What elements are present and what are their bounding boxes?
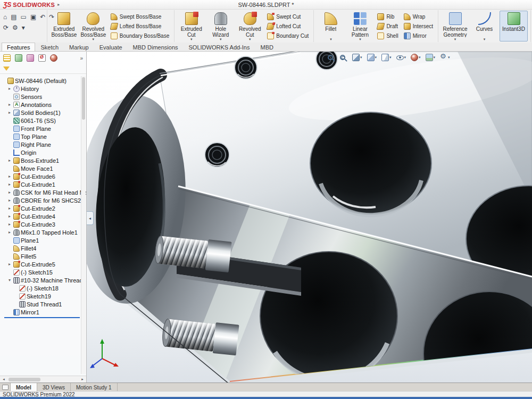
expand-arrow-icon[interactable]: ▸ xyxy=(7,158,12,163)
tree-item-stud-thread1[interactable]: Stud Thread1 xyxy=(0,300,86,308)
tree-item-front-plane[interactable]: Front Plane xyxy=(0,124,86,132)
displaymanager-tab[interactable] xyxy=(50,54,57,62)
tab-markup[interactable]: Markup xyxy=(64,43,94,51)
linear-pattern-button[interactable]: Linear Pattern▾ xyxy=(346,11,374,41)
tree-item-sw-08446-default[interactable]: SW-08446 (Default) xyxy=(0,77,86,85)
doc-tab-3d-views[interactable]: 3D Views xyxy=(37,383,71,391)
rebuild-button[interactable]: ⟳ xyxy=(3,24,9,31)
boundary-boss-base-button[interactable]: Boundary Boss/Base xyxy=(109,31,171,40)
tree-item-sketch19[interactable]: Sketch19 xyxy=(0,292,86,300)
scroll-left-icon[interactable]: ◂ xyxy=(0,377,7,381)
scroll-thumb[interactable] xyxy=(9,378,40,381)
lofted-cut-button[interactable]: Lofted Cut xyxy=(265,22,311,31)
apply-scene-button[interactable]: ▾ xyxy=(426,54,436,61)
dimxpertmanager-tab[interactable] xyxy=(38,54,46,62)
tree-item-sketch18[interactable]: (-) Sketch18 xyxy=(0,284,86,292)
undo-button[interactable]: ↶ xyxy=(40,13,45,21)
expand-arrow-icon[interactable]: ▸ xyxy=(7,110,12,115)
expand-arrow-icon[interactable]: ▸ xyxy=(7,206,12,211)
display-style-button[interactable]: ▾ xyxy=(381,54,392,61)
tree-item-m6x1-0-tapped-hole1[interactable]: ▸M6x1.0 Tapped Hole1 xyxy=(0,228,86,236)
revolved-cut-button[interactable]: Revolved Cut▾ xyxy=(236,11,264,41)
expand-arrow-icon[interactable]: ▸ xyxy=(7,230,12,235)
panel-expand-chevron[interactable]: » xyxy=(80,55,83,61)
dropdown-arrow-icon[interactable]: ▾ xyxy=(330,37,332,41)
filter-funnel-icon[interactable] xyxy=(3,66,10,71)
tree-item-6061-t6-ss[interactable]: 6061-T6 (SS) xyxy=(0,117,86,124)
hide-show-items-button[interactable]: ▾ xyxy=(396,55,406,60)
chevron-right-icon[interactable]: ▸ xyxy=(57,2,60,7)
tree-item-sketch15[interactable]: (-) Sketch15 xyxy=(0,268,86,276)
tab-evaluate[interactable]: Evaluate xyxy=(94,43,128,51)
rollback-bar[interactable] xyxy=(4,317,80,318)
tree-item-cut-extrude3[interactable]: ▸Cut-Extrude3 xyxy=(0,220,86,228)
tree-item-cut-extrude5[interactable]: ▸Cut-Extrude5 xyxy=(0,260,86,268)
view-settings-button[interactable]: ▾ xyxy=(440,54,450,61)
configurationmanager-tab[interactable] xyxy=(27,54,34,62)
extruded-cut-button[interactable]: Extruded Cut▾ xyxy=(177,11,205,41)
swept-boss-base-button[interactable]: Swept Boss/Base xyxy=(109,12,171,21)
rib-button[interactable]: Rib xyxy=(375,12,400,21)
panel-vertical-scrollbar[interactable] xyxy=(81,76,86,374)
open-document-button[interactable]: ▭ xyxy=(21,13,27,21)
expand-arrow-icon[interactable]: ▸ xyxy=(7,182,12,187)
extruded-boss-base-button[interactable]: Extruded Boss/Base xyxy=(50,11,78,41)
doc-tab-motion-study-1[interactable]: Motion Study 1 xyxy=(71,383,118,391)
propertymanager-tab[interactable] xyxy=(15,54,22,62)
tree-item-cut-extrude4[interactable]: ▸Cut-Extrude4 xyxy=(0,212,86,220)
expand-arrow-icon[interactable]: ▸ xyxy=(7,102,12,107)
tree-item-fillet5[interactable]: Fillet5 xyxy=(0,252,86,260)
save-button[interactable]: ▣ xyxy=(30,13,36,21)
dropdown-arrow-icon[interactable]: ▾ xyxy=(454,37,456,41)
tab-sketch[interactable]: Sketch xyxy=(35,43,64,51)
tree-item-annotations[interactable]: ▸Annotations xyxy=(0,101,86,109)
view-orientation-button[interactable]: ▾ xyxy=(367,54,377,61)
dropdown-arrow-icon[interactable]: ▾ xyxy=(249,37,251,41)
revolved-boss-base-button[interactable]: Revolved Boss/Base▾ xyxy=(79,11,107,41)
tab-mbd-dimensions[interactable]: MBD Dimensions xyxy=(128,43,184,51)
expand-arrow-icon[interactable]: ▸ xyxy=(7,198,12,203)
tree-item-move-face1[interactable]: Move Face1 xyxy=(0,164,86,172)
home-button[interactable]: ⌂ xyxy=(3,13,7,21)
wrap-button[interactable]: Wrap xyxy=(402,12,435,21)
panel-horizontal-scrollbar[interactable]: ◂ ▸ xyxy=(0,376,86,383)
dropdown-arrow-icon[interactable]: ▾ xyxy=(190,37,193,41)
expand-arrow-icon[interactable]: ▸ xyxy=(7,214,12,219)
tree-item-cut-extrude6[interactable]: ▸Cut-Extrude6 xyxy=(0,172,86,180)
swept-cut-button[interactable]: Swept Cut xyxy=(265,12,311,21)
edit-appearance-button[interactable]: ▾ xyxy=(411,54,421,61)
expand-arrow-icon[interactable]: ▸ xyxy=(7,262,12,267)
sheet-tab-icon[interactable] xyxy=(0,383,11,391)
panel-collapse-button[interactable]: ◂ xyxy=(87,211,94,225)
new-document-button[interactable]: ▤ xyxy=(11,13,16,21)
section-view-button[interactable]: ▾ xyxy=(352,54,362,61)
expand-arrow-icon[interactable]: ▸ xyxy=(7,222,12,227)
mirror-button[interactable]: Mirror xyxy=(402,31,435,40)
hole-wizard-button[interactable]: Hole Wizard▾ xyxy=(206,11,235,41)
zoom-fit-button[interactable] xyxy=(328,55,335,60)
tree-item-boss-extrude1[interactable]: ▸Boss-Extrude1 xyxy=(0,156,86,164)
tree-item-top-plane[interactable]: Top Plane xyxy=(0,132,86,140)
draft-button[interactable]: Draft xyxy=(375,22,400,31)
options-gear-button[interactable]: ⚙ xyxy=(12,24,18,31)
intersect-button[interactable]: Intersect xyxy=(402,22,435,31)
instant3d-button[interactable]: Instant3D xyxy=(500,11,528,41)
tree-item-cut-extrude1[interactable]: ▸Cut-Extrude1 xyxy=(0,180,86,188)
expand-arrow-icon[interactable]: ▸ xyxy=(7,174,12,179)
reference-geometry-button[interactable]: Reference Geometry▾ xyxy=(441,11,469,41)
lofted-boss-base-button[interactable]: Lofted Boss/Base xyxy=(109,22,171,31)
tree-item-history[interactable]: ▸History xyxy=(0,85,86,93)
expand-arrow-icon[interactable]: ▸ xyxy=(7,190,12,195)
scroll-track[interactable] xyxy=(7,377,79,382)
boundary-cut-button[interactable]: Boundary Cut xyxy=(265,31,311,40)
tab-solidworks-add-ins[interactable]: SOLIDWORKS Add-Ins xyxy=(184,43,255,51)
dropdown-arrow-icon[interactable]: ▾ xyxy=(93,37,95,41)
expand-arrow-icon[interactable]: ▾ xyxy=(7,278,12,282)
vertical-scroll-thumb[interactable] xyxy=(82,77,85,120)
tree-item-origin[interactable]: Origin xyxy=(0,148,86,156)
expand-arrow-icon[interactable]: ▸ xyxy=(7,86,12,91)
fillet-button[interactable]: Fillet▾ xyxy=(317,11,345,41)
curves-button[interactable]: Curves▾ xyxy=(470,11,498,41)
shell-button[interactable]: Shell xyxy=(375,31,400,40)
tree-item-cut-extrude2[interactable]: ▸Cut-Extrude2 xyxy=(0,204,86,212)
